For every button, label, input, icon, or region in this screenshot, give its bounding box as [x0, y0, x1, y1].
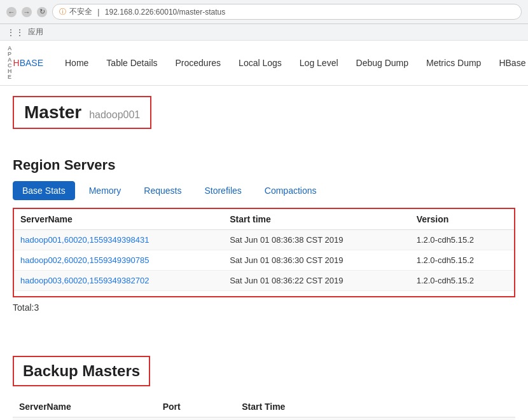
nav-hbase[interactable]: HBase [490, 49, 528, 77]
nav-local-logs[interactable]: Local Logs [230, 49, 291, 77]
logo-base: BASE [20, 58, 43, 68]
reload-button[interactable]: ↻ [37, 7, 47, 17]
backup-start-time-1: Sat Jun 01 08:36:43 CST 2019 [235, 417, 515, 421]
backup-col-server: ServerName [13, 396, 156, 417]
security-icon: ⓘ [59, 7, 66, 17]
address-bar[interactable]: ⓘ 不安全 | 192.168.0.226:60010/master-statu… [52, 4, 522, 20]
backup-masters-table: ServerName Port Start Time hadoop002 600… [13, 396, 515, 420]
security-label: 不安全 [69, 6, 92, 17]
version-2: 1.2.0-cdh5.15.2 [410, 250, 514, 271]
server-link-1[interactable]: hadoop001,60020,1559349398431 [20, 235, 149, 245]
master-title: Master [24, 102, 81, 122]
servers-table: ServerName Start time Version hadoop001,… [14, 209, 514, 291]
table-row: hadoop002,60020,1559349390785 Sat Jun 01… [14, 250, 514, 271]
nav-debug-dump[interactable]: Debug Dump [347, 49, 418, 77]
forward-button[interactable]: → [22, 7, 32, 17]
backup-col-port: Port [156, 396, 236, 417]
logo-apache-text: A P A C H E [8, 46, 13, 80]
tab-storefiles[interactable]: Storefiles [195, 182, 250, 200]
start-time-1: Sat Jun 01 08:36:38 CST 2019 [223, 230, 410, 250]
server-link-2[interactable]: hadoop002,60020,1559349390785 [20, 255, 149, 265]
servers-table-box: ServerName Start time Version hadoop001,… [13, 208, 515, 297]
logo: A P A C H E HBASE [8, 41, 43, 85]
tab-compactions[interactable]: Compactions [256, 182, 326, 200]
col-server-name: ServerName [14, 209, 223, 230]
region-servers-heading: Region Servers [13, 157, 515, 173]
nav-procedures[interactable]: Procedures [167, 49, 230, 77]
server-name-2: hadoop002,60020,1559349390785 [14, 250, 223, 271]
tab-requests[interactable]: Requests [135, 182, 190, 200]
server-name-3: hadoop003,60020,1559349382702 [14, 271, 223, 291]
version-3: 1.2.0-cdh5.15.2 [410, 271, 514, 291]
backup-port-1: 60000 [156, 417, 236, 421]
backup-table-header: ServerName Port Start Time [13, 396, 515, 417]
total-text: Total:3 [13, 300, 515, 315]
table-row: hadoop003,60020,1559349382702 Sat Jun 01… [14, 271, 514, 291]
region-server-tabs: Base Stats Memory Requests Storefiles Co… [13, 181, 515, 200]
version-1: 1.2.0-cdh5.15.2 [410, 230, 514, 250]
col-version: Version [410, 209, 514, 230]
master-title-box: Master hadoop001 [13, 96, 151, 129]
logo-hbase: HBASE [13, 58, 43, 68]
start-time-2: Sat Jun 01 08:36:30 CST 2019 [223, 250, 410, 271]
nav-metrics-dump[interactable]: Metrics Dump [417, 49, 490, 77]
server-name-1: hadoop001,60020,1559349398431 [14, 230, 223, 250]
nav-log-level[interactable]: Log Level [291, 49, 347, 77]
server-link-3[interactable]: hadoop003,60020,1559349382702 [20, 276, 149, 285]
table-row: hadoop001,60020,1559349398431 Sat Jun 01… [14, 230, 514, 250]
browser-chrome: ← → ↻ ⓘ 不安全 | 192.168.0.226:60010/master… [0, 0, 528, 24]
logo-h: H [13, 58, 20, 68]
start-time-3: Sat Jun 01 08:36:22 CST 2019 [223, 271, 410, 291]
backup-masters-title-box: Backup Masters [13, 356, 150, 386]
back-button[interactable]: ← [6, 7, 17, 17]
tab-base-stats[interactable]: Base Stats [13, 181, 75, 200]
address-text: | [95, 8, 102, 17]
servers-table-header: ServerName Start time Version [14, 209, 514, 230]
backup-col-start-time: Start Time [235, 396, 515, 417]
nav-table-details[interactable]: Table Details [97, 49, 166, 77]
grid-icon: ⋮⋮ [6, 27, 24, 37]
tab-memory[interactable]: Memory [80, 182, 130, 200]
url-text: 192.168.0.226:60010/master-status [105, 8, 225, 17]
navbar: A P A C H E HBASE Home Table Details Pro… [0, 41, 528, 86]
app-bar: ⋮⋮ 应用 [0, 24, 528, 41]
backup-table-row: hadoop002 60000 Sat Jun 01 08:36:43 CST … [13, 417, 515, 421]
apps-label: 应用 [28, 27, 43, 37]
backup-masters-heading: Backup Masters [23, 362, 140, 379]
backup-server-1: hadoop002 [13, 417, 156, 421]
col-start-time: Start time [223, 209, 410, 230]
master-hostname: hadoop001 [89, 109, 140, 120]
nav-links: Home Table Details Procedures Local Logs… [56, 49, 528, 77]
nav-home[interactable]: Home [56, 49, 97, 77]
main-content: Master hadoop001 Region Servers Base Sta… [0, 86, 528, 420]
